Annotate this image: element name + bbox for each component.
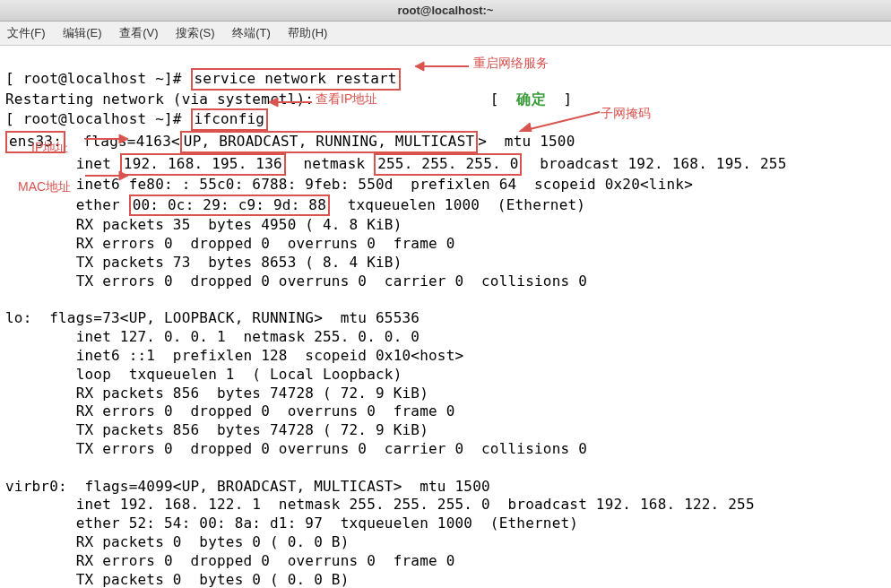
arrow-ifconfig [269,95,312,109]
arrow-mac [85,170,128,181]
prompt-2: [ root@localhost ~]# [5,110,191,127]
window-titlebar: root@localhost:~ [0,0,891,22]
lo-l2: inet 127. 0. 0. 1 netmask 255. 0. 0. 0 [5,328,420,345]
menu-view[interactable]: 查看(V) [119,26,158,39]
lo-l3: inet6 ::1 prefixlen 128 scopeid 0x10<hos… [5,347,463,364]
restarting-line: Restarting network (via systemctl): [5,91,314,108]
ens33-l5: RX packets 35 bytes 4950 ( 4. 8 KiB) [5,216,402,233]
svg-marker-9 [119,171,128,180]
ens33-l2b: netmask [286,155,374,172]
ens33-flags: UP, BROADCAST, RUNNING, MULTICAST [180,131,478,153]
ens33-l7: TX packets 73 bytes 8653 ( 8. 4 KiB) [5,254,402,271]
svg-marker-7 [119,134,128,143]
virbr0-l5: RX errors 0 dropped 0 overruns 0 frame 0 [5,552,454,569]
ok-text: 确定 [516,91,545,108]
ens33-netmask: 255. 255. 255. 0 [374,153,522,176]
annotation-ip-address: IP地址 [31,140,68,156]
virbr0-l2: inet 192. 168. 122. 1 netmask 255. 255. … [5,496,755,513]
menu-help[interactable]: 帮助(H) [288,26,327,39]
ens33-l2c: broadcast 192. 168. 195. 255 [522,155,786,172]
annotation-restart-service: 重启网络服务 [473,56,549,72]
menu-edit[interactable]: 编辑(E) [63,26,101,39]
ok-bracket-right: ] [546,91,573,108]
svg-marker-5 [519,123,532,132]
menubar: 文件(F) 编辑(E) 查看(V) 搜索(S) 终端(T) 帮助(H) [0,22,891,46]
prompt-1: [ root@localhost ~]# [5,70,191,87]
command-ifconfig: ifconfig [191,108,269,131]
svg-marker-3 [269,98,278,107]
ens33-l6: RX errors 0 dropped 0 overruns 0 frame 0 [5,235,454,252]
lo-l1: lo: flags=73<UP, LOOPBACK, RUNNING> mtu … [5,309,420,326]
ok-bracket-left: [ [490,91,517,108]
virbr0-l6: TX packets 0 bytes 0 ( 0. 0 B) [5,571,349,588]
lo-l4: loop txqueuelen 1 ( Local Loopback) [5,366,402,383]
ens33-flags-post: > mtu 1500 [478,133,575,150]
svg-line-4 [526,112,600,130]
arrow-subnet [519,110,600,132]
lo-l6: RX errors 0 dropped 0 overruns 0 frame 0 [5,402,454,419]
ens33-ip: 192. 168. 195. 136 [120,153,286,176]
menu-file[interactable]: 文件(F) [7,26,46,39]
menu-search[interactable]: 搜索(S) [176,26,214,39]
arrow-ip [85,134,128,144]
ens33-l4b: txqueuelen 1000 (Ethernet) [330,196,585,213]
annotation-subnet-mask: 子网掩码 [601,106,651,122]
command-service-restart: service network restart [191,68,401,91]
svg-marker-1 [415,62,424,71]
lo-l8: TX errors 0 dropped 0 overruns 0 carrier… [5,440,587,457]
virbr0-l1: virbr0: flags=4099<UP, BROADCAST, MULTIC… [5,478,490,495]
menu-terminal[interactable]: 终端(T) [232,26,271,39]
arrow-restart [415,59,469,74]
annotation-check-ip: 查看IP地址 [316,91,377,108]
annotation-mac-address: MAC地址 [18,179,71,195]
lo-l7: TX packets 856 bytes 74728 ( 72. 9 KiB) [5,421,428,438]
lo-l5: RX packets 856 bytes 74728 ( 72. 9 KiB) [5,385,428,402]
terminal-output[interactable]: [ root@localhost ~]# service network res… [0,46,891,588]
virbr0-l4: RX packets 0 bytes 0 ( 0. 0 B) [5,533,349,550]
ens33-mac: 00: 0c: 29: c9: 9d: 88 [129,195,330,217]
ens33-l4a: ether [5,196,129,213]
window-title: root@localhost:~ [398,4,494,17]
virbr0-l3: ether 52: 54: 00: 8a: d1: 97 txqueuelen … [5,514,578,532]
ens33-l8: TX errors 0 dropped 0 overruns 0 carrier… [5,272,587,290]
